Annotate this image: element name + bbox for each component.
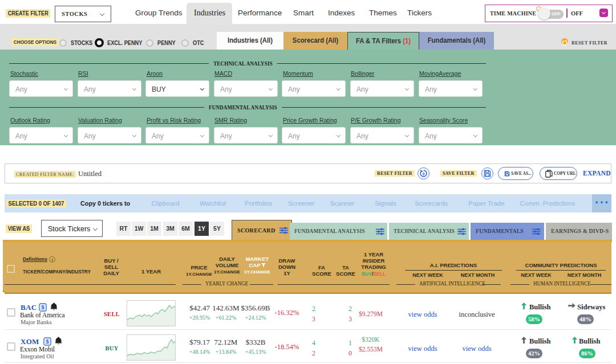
svg-text:9: 9 xyxy=(423,172,425,176)
svg-text:$: $ xyxy=(42,304,44,310)
svg-text:$: $ xyxy=(46,338,49,345)
